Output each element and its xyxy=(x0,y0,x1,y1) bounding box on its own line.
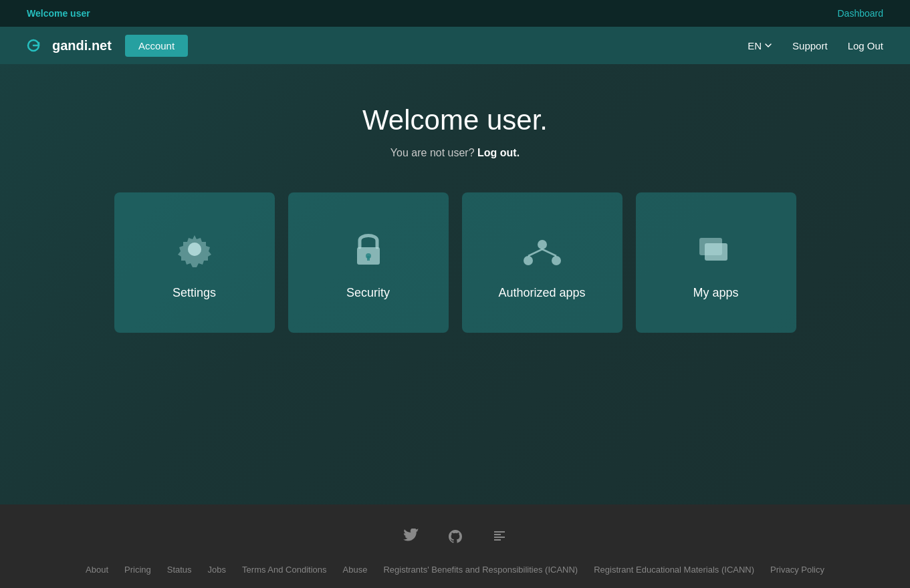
top-bar: Welcome user Dashboard xyxy=(0,0,910,27)
svg-rect-5 xyxy=(367,256,370,261)
settings-card-icon xyxy=(171,226,218,273)
settings-card-label: Settings xyxy=(173,286,216,300)
welcome-prefix: Welcome xyxy=(27,8,70,19)
footer-link-pricing[interactable]: Pricing xyxy=(124,565,151,575)
security-card-icon xyxy=(345,226,392,273)
lock-icon xyxy=(345,226,392,273)
not-user-message: You are not user? Log out. xyxy=(390,147,520,159)
footer-link-terms[interactable]: Terms And Conditions xyxy=(242,565,326,575)
footer-social-icons xyxy=(27,525,883,549)
settings-card[interactable]: Settings xyxy=(114,192,275,333)
svg-point-8 xyxy=(552,256,561,265)
my-apps-card-label: My apps xyxy=(693,286,738,300)
footer-link-registrant-educational[interactable]: Registrant Educational Materials (ICANN) xyxy=(594,565,754,575)
svg-point-7 xyxy=(524,256,533,265)
gear-icon xyxy=(171,226,218,273)
footer-link-about[interactable]: About xyxy=(86,565,108,575)
svg-point-2 xyxy=(188,243,201,256)
welcome-title: Welcome user. xyxy=(362,104,548,136)
logo[interactable]: gandi.net xyxy=(27,35,112,55)
welcome-message: Welcome user xyxy=(27,8,90,19)
footer-link-privacy-policy[interactable]: Privacy Policy xyxy=(770,565,824,575)
footer-links: AboutPricingStatusJobsTerms And Conditio… xyxy=(27,565,883,575)
authorized-apps-card[interactable]: Authorized apps xyxy=(462,192,622,333)
footer: AboutPricingStatusJobsTerms And Conditio… xyxy=(0,504,910,588)
security-card-label: Security xyxy=(346,286,390,300)
dashboard-link[interactable]: Dashboard xyxy=(838,8,884,19)
authorized-apps-card-label: Authorized apps xyxy=(498,286,585,300)
footer-link-registrants-benefits[interactable]: Registrants' Benefits and Responsibiliti… xyxy=(383,565,578,575)
svg-line-9 xyxy=(528,249,542,256)
network-icon xyxy=(519,226,566,273)
main-content: Welcome user. You are not user? Log out.… xyxy=(0,64,910,504)
svg-rect-12 xyxy=(705,243,727,261)
authorized-apps-card-icon xyxy=(519,226,566,273)
apps-icon xyxy=(693,226,740,273)
github-icon[interactable] xyxy=(443,525,467,549)
my-apps-card-icon xyxy=(693,226,740,273)
username-highlight: user xyxy=(70,8,90,19)
nav-right: EN Support Log Out xyxy=(748,40,883,51)
svg-point-6 xyxy=(538,240,547,249)
account-button[interactable]: Account xyxy=(125,35,188,57)
chevron-down-icon xyxy=(764,41,772,49)
logo-text: gandi.net xyxy=(52,38,112,53)
cards-grid: Settings Security xyxy=(88,192,823,333)
my-apps-card[interactable]: My apps xyxy=(636,192,796,333)
footer-link-jobs[interactable]: Jobs xyxy=(208,565,226,575)
logout-link[interactable]: Log Out xyxy=(848,40,883,51)
nav-bar: gandi.net Account EN Support Log Out xyxy=(0,27,910,64)
gandi-logo-icon xyxy=(27,35,47,55)
twitter-icon[interactable] xyxy=(399,525,423,549)
footer-link-status[interactable]: Status xyxy=(167,565,192,575)
logout-link-inline[interactable]: Log out. xyxy=(477,147,520,158)
support-link[interactable]: Support xyxy=(792,40,828,51)
footer-link-abuse[interactable]: Abuse xyxy=(343,565,368,575)
language-selector[interactable]: EN xyxy=(748,40,772,51)
blog-icon[interactable] xyxy=(487,525,511,549)
security-card[interactable]: Security xyxy=(288,192,449,333)
svg-line-10 xyxy=(542,249,556,256)
